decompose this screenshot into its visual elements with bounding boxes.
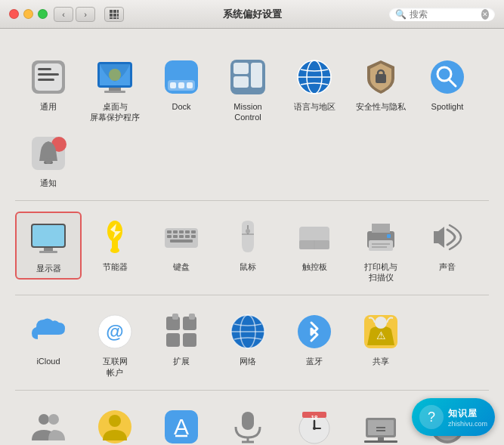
svg-rect-94 xyxy=(242,412,254,430)
dictation-icon xyxy=(227,406,269,445)
network-label: 网络 xyxy=(240,356,256,366)
desktop-icon xyxy=(94,56,136,98)
svg-rect-42 xyxy=(32,225,64,246)
bluetooth-label: 蓝牙 xyxy=(306,356,323,366)
language-icon xyxy=(293,56,335,98)
pref-displays[interactable]: 显示器 xyxy=(15,212,82,280)
icloud-label: iCloud xyxy=(36,356,60,366)
pref-internet[interactable]: @ 互联网帐户 xyxy=(82,306,148,382)
svg-rect-2 xyxy=(117,10,119,13)
users-icon xyxy=(27,406,70,445)
pref-sharing[interactable]: ⚠ 共享 xyxy=(348,306,414,371)
keyboard-label: 键盘 xyxy=(173,261,190,272)
svg-rect-55 xyxy=(179,235,184,238)
network-icon xyxy=(227,311,269,353)
pref-security[interactable]: 安全性与隐私 xyxy=(348,51,414,116)
pref-network[interactable]: 网络 xyxy=(215,306,281,371)
pref-dock[interactable]: Dock xyxy=(148,51,215,116)
svg-rect-66 xyxy=(372,224,390,233)
section-internet-grid: iCloud @ 互联网帐户 xyxy=(15,306,489,382)
svg-rect-68 xyxy=(372,243,390,245)
trackpad-label: 触控板 xyxy=(302,261,327,272)
svg-rect-5 xyxy=(117,14,119,17)
notifications-label: 通知 xyxy=(40,178,57,188)
svg-rect-21 xyxy=(170,82,176,88)
svg-point-61 xyxy=(246,229,250,233)
nav-buttons: ‹ › xyxy=(54,7,95,22)
pref-parental[interactable]: 家长控制 xyxy=(82,401,148,445)
svg-rect-53 xyxy=(167,235,172,238)
svg-rect-7 xyxy=(113,17,116,19)
pref-users[interactable]: 用户与群组 xyxy=(15,401,82,445)
svg-rect-76 xyxy=(183,333,196,347)
pref-general[interactable]: 通用 xyxy=(15,51,82,116)
grid-button[interactable] xyxy=(104,7,124,22)
pref-spotlight[interactable]: Spotlight xyxy=(414,51,481,116)
pref-dictation[interactable]: 听写与语音 xyxy=(215,401,281,445)
svg-rect-58 xyxy=(170,239,193,243)
appstore-icon: A xyxy=(160,406,203,445)
search-box[interactable]: 🔍 ✕ xyxy=(389,8,495,21)
keyboard-icon xyxy=(160,216,203,258)
pref-keyboard[interactable]: 键盘 xyxy=(148,212,215,277)
maximize-button[interactable] xyxy=(38,9,48,19)
pref-energy[interactable]: 节能器 xyxy=(82,212,148,277)
section-personal-grid: 通用 桌面与屏幕保护程序 xyxy=(15,51,489,193)
pref-appstore[interactable]: A App Store xyxy=(148,401,215,445)
section-internet: iCloud @ 互联网帐户 xyxy=(15,295,489,391)
pref-mission[interactable]: MissionControl xyxy=(215,51,281,128)
svg-rect-67 xyxy=(369,240,393,251)
trackpad-icon xyxy=(293,216,335,258)
svg-rect-44 xyxy=(39,251,57,253)
pref-desktop[interactable]: 桌面与屏幕保护程序 xyxy=(82,51,148,128)
svg-rect-78 xyxy=(189,314,195,320)
svg-rect-51 xyxy=(185,230,190,233)
forward-button[interactable]: › xyxy=(76,7,95,22)
watermark-url: zhishivu.com xyxy=(448,420,487,428)
desktop-label: 桌面与屏幕保护程序 xyxy=(90,101,140,123)
svg-rect-56 xyxy=(185,235,190,238)
pref-startup[interactable]: 启动磁盘 xyxy=(348,401,414,445)
spotlight-label: Spotlight xyxy=(431,101,464,112)
pref-datetime[interactable]: 18 日期与时间 xyxy=(281,401,348,445)
pref-printer[interactable]: 打印机与扫描仪 xyxy=(348,212,414,288)
dock-icon xyxy=(160,56,203,98)
search-clear-button[interactable]: ✕ xyxy=(481,9,489,20)
svg-rect-26 xyxy=(233,76,249,88)
back-button[interactable]: ‹ xyxy=(54,7,73,22)
svg-rect-10 xyxy=(35,63,62,91)
svg-point-40 xyxy=(45,158,51,164)
search-icon: 🔍 xyxy=(395,9,407,20)
titlebar: ‹ › 系统偏好设置 🔍 ✕ xyxy=(0,0,504,29)
datetime-icon: 18 xyxy=(293,406,335,445)
traffic-lights xyxy=(9,9,48,19)
parental-icon xyxy=(94,406,136,445)
extensions-label: 扩展 xyxy=(173,356,190,366)
pref-bluetooth[interactable]: 蓝牙 xyxy=(281,306,348,371)
pref-sound[interactable]: 声音 xyxy=(414,212,481,277)
notifications-icon xyxy=(27,132,70,175)
svg-rect-46 xyxy=(112,240,118,248)
svg-rect-3 xyxy=(110,14,113,17)
pref-mouse[interactable]: 鼠标 xyxy=(215,212,281,277)
pref-notifications[interactable]: 通知 xyxy=(15,128,82,193)
svg-rect-54 xyxy=(173,235,178,238)
pref-language[interactable]: 语言与地区 xyxy=(281,51,348,116)
energy-label: 节能器 xyxy=(103,261,128,272)
pref-extensions[interactable]: 扩展 xyxy=(148,306,215,371)
svg-text:@: @ xyxy=(106,321,123,341)
close-button[interactable] xyxy=(9,9,19,19)
svg-rect-17 xyxy=(104,91,125,93)
svg-rect-57 xyxy=(191,235,196,238)
svg-rect-6 xyxy=(110,17,113,19)
watermark: ? 知识屋 zhishivu.com xyxy=(412,398,495,436)
mouse-icon xyxy=(227,216,269,258)
svg-text:18: 18 xyxy=(311,414,318,421)
pref-icloud[interactable]: iCloud xyxy=(15,306,82,371)
minimize-button[interactable] xyxy=(23,9,33,19)
svg-rect-25 xyxy=(233,63,249,74)
search-input[interactable] xyxy=(410,9,478,20)
pref-trackpad[interactable]: 触控板 xyxy=(281,212,348,277)
svg-rect-23 xyxy=(187,82,193,88)
preferences-content: 通用 桌面与屏幕保护程序 xyxy=(0,29,504,445)
